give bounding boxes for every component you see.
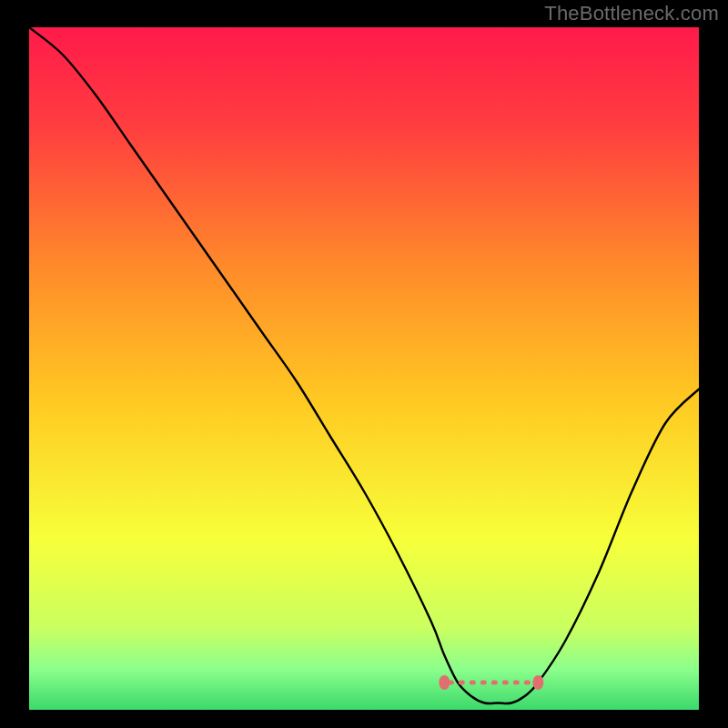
bottleneck-curve-chart	[29, 27, 699, 710]
watermark-text: TheBottleneck.com	[544, 2, 719, 25]
gradient-background	[29, 27, 699, 710]
trough-end-marker	[532, 675, 543, 690]
plot-area	[29, 27, 699, 710]
chart-frame: TheBottleneck.com	[0, 0, 728, 728]
